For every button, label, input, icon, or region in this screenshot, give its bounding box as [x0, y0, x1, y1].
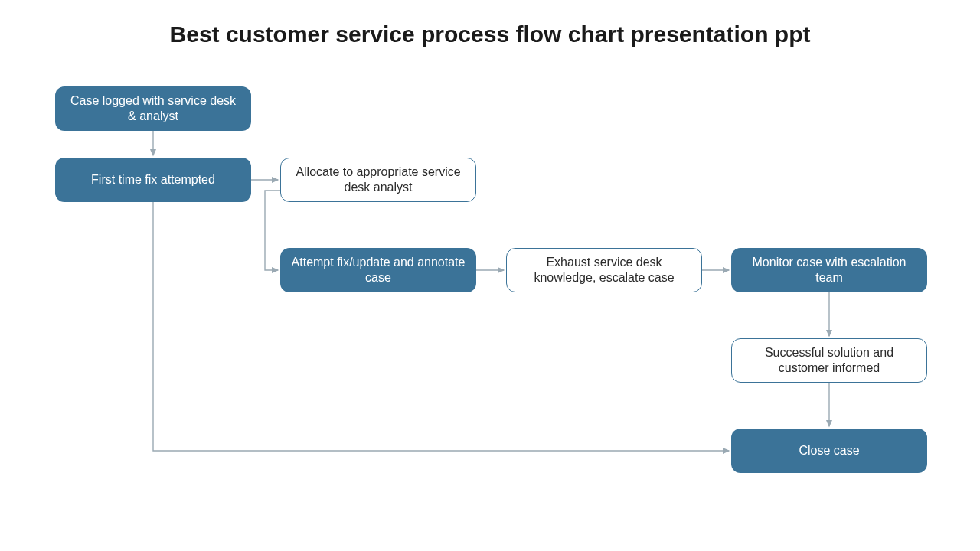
- flow-node-first-fix: First time fix attempted: [55, 158, 251, 202]
- flow-node-close: Close case: [731, 429, 927, 473]
- flow-node-successful: Successful solution and customer informe…: [731, 338, 927, 383]
- page-title: Best customer service process flow chart…: [0, 21, 980, 47]
- flow-node-allocate: Allocate to appropriate service desk ana…: [280, 158, 476, 202]
- flow-node-attempt-fix: Attempt fix/update and annotate case: [280, 248, 476, 292]
- flow-node-exhaust: Exhaust service desk knowledge, escalate…: [506, 248, 702, 292]
- flow-node-monitor: Monitor case with escalation team: [731, 248, 927, 292]
- flow-node-case-logged: Case logged with service desk & analyst: [55, 86, 251, 131]
